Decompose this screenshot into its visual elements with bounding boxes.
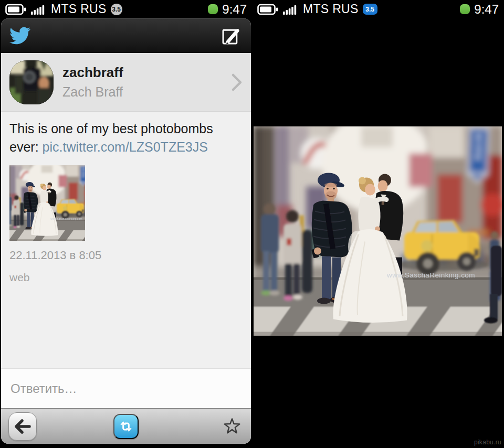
tweet-source: web <box>9 271 243 284</box>
screenshot-composite: MTS RUS 3.5 9:47 <box>0 0 504 448</box>
favorite-button[interactable] <box>220 415 244 438</box>
status-bar-right: MTS RUS 3.5 9:47 <box>252 0 504 18</box>
left-phone-panel: MTS RUS 3.5 9:47 <box>0 0 252 448</box>
twitter-bird-logo-icon <box>7 25 33 46</box>
network-mode-badge: 3.5 <box>111 4 122 15</box>
clock: 9:47 <box>222 2 247 17</box>
availability-status-dot <box>460 4 470 14</box>
bottom-toolbar <box>1 408 251 444</box>
star-icon <box>224 417 240 436</box>
author-display-name: Zach Braff <box>62 84 222 100</box>
tweet-detail-body: This is one of my best photobombs ever: … <box>1 112 251 368</box>
chevron-right-icon <box>231 72 243 93</box>
tweet-timestamp: 22.11.2013 в 8:05 <box>9 249 243 262</box>
author-names: zachbraff Zach Braff <box>62 65 222 100</box>
battery-icon <box>257 4 279 15</box>
retweet-button[interactable] <box>113 414 139 439</box>
app-header <box>1 18 251 53</box>
avatar[interactable] <box>9 60 54 104</box>
back-button[interactable] <box>8 412 37 441</box>
carrier-label: MTS RUS <box>51 2 107 16</box>
author-username: zachbraff <box>62 65 222 81</box>
status-bar-left: MTS RUS 3.5 9:47 <box>0 0 252 18</box>
tweet-media-link[interactable]: pic.twitter.com/LZS0TZE3JS <box>43 140 208 154</box>
signal-strength-icon <box>31 4 47 15</box>
right-photo-panel: MTS RUS 3.5 9:47 pikabu.ru <box>252 0 504 448</box>
reply-input[interactable] <box>9 381 243 397</box>
retweet-icon <box>118 414 134 439</box>
clock: 9:47 <box>474 2 499 17</box>
battery-icon <box>5 4 27 15</box>
compose-tweet-button[interactable] <box>217 21 245 50</box>
tweet-author-row[interactable]: zachbraff Zach Braff <box>1 53 251 112</box>
carrier-label: MTS RUS <box>303 2 359 16</box>
tweet-text: This is one of my best photobombs ever: … <box>9 120 243 156</box>
back-arrow-icon <box>13 417 32 436</box>
signal-strength-icon <box>283 4 299 15</box>
reply-bar <box>1 368 251 408</box>
photobomb-photo-large <box>254 126 502 336</box>
site-watermark: pikabu.ru <box>474 439 501 446</box>
compose-icon <box>220 22 242 49</box>
tweet-media-thumbnail[interactable] <box>9 165 85 241</box>
twitter-app-window: zachbraff Zach Braff This is one of my b… <box>1 18 251 444</box>
network-mode-badge: 3.5 <box>363 4 377 15</box>
availability-status-dot <box>208 4 218 14</box>
